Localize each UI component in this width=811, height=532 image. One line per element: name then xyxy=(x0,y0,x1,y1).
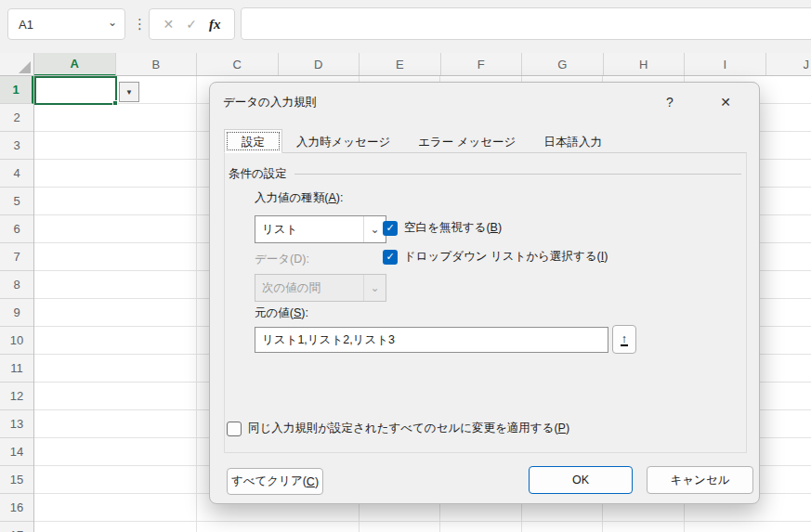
row-header[interactable]: 6 xyxy=(0,215,33,243)
apply-all-label: 同じ入力規則が設定されたすべてのセルに変更を適用する(P) xyxy=(248,421,569,436)
criteria-group-label: 条件の設定 xyxy=(229,166,287,182)
dialog-tab[interactable]: 入力時メッセージ xyxy=(282,129,404,153)
ok-button[interactable]: OK xyxy=(529,466,633,494)
more-options-icon[interactable]: ⋮ xyxy=(133,11,144,37)
fill-handle[interactable] xyxy=(112,100,118,106)
column-headers: A B C D E F G H I J xyxy=(34,53,811,76)
close-icon: ✕ xyxy=(720,95,731,110)
collapse-dialog-button[interactable]: ↑ xyxy=(612,325,636,354)
collapse-arrow-icon: ↑ xyxy=(621,333,629,346)
selected-cell-a1[interactable] xyxy=(34,76,117,105)
row-header[interactable]: 7 xyxy=(0,243,33,271)
cancel-entry-icon[interactable]: ✕ xyxy=(164,17,175,32)
row-header[interactable]: 10 xyxy=(0,327,33,355)
confirm-entry-icon[interactable]: ✓ xyxy=(186,17,197,32)
data-combobox-disabled: 次の値の間 ⌄ xyxy=(255,274,386,302)
row-header[interactable]: 11 xyxy=(0,355,33,383)
formula-input[interactable] xyxy=(241,7,811,40)
column-header[interactable]: C xyxy=(197,53,279,76)
dialog-title: データの入力規則 xyxy=(223,95,317,110)
column-header[interactable]: I xyxy=(685,53,766,76)
name-box[interactable]: A1 ⌄ xyxy=(7,8,125,40)
row-header[interactable]: 14 xyxy=(0,438,33,466)
group-divider xyxy=(294,174,741,175)
dialog-tab[interactable]: エラー メッセージ xyxy=(404,129,530,153)
column-header[interactable]: J xyxy=(766,53,811,76)
column-header[interactable]: G xyxy=(522,53,604,76)
settings-tab-panel: 条件の設定 入力値の種類(A): リスト ⌄ ✓ 空白を無視する(B) ✓ ドロ… xyxy=(224,152,747,453)
formula-toolbar: A1 ⌄ ⋮ ✕ ✓ fx xyxy=(0,0,811,53)
checkbox-checked-icon[interactable]: ✓ xyxy=(383,221,398,236)
ignore-blank-label: 空白を無視する(B) xyxy=(404,220,502,236)
row-header[interactable]: 17 xyxy=(0,522,33,532)
dropdown-arrow-icon: ▼ xyxy=(125,88,133,97)
checkbox-checked-icon[interactable]: ✓ xyxy=(383,250,398,265)
dialog-tab[interactable]: 日本語入力 xyxy=(530,129,616,153)
row-header[interactable]: 2 xyxy=(0,104,33,132)
row-header[interactable]: 13 xyxy=(0,410,33,438)
data-label: データ(D): xyxy=(255,252,309,267)
help-icon: ? xyxy=(666,95,674,110)
clear-all-button[interactable]: すべてクリア(C) xyxy=(227,468,323,495)
data-validation-dialog: データの入力規則 ? ✕ 設定 入力時メッセージ エラー メッセージ 日本語入力… xyxy=(209,82,760,504)
row-header[interactable]: 15 xyxy=(0,466,33,494)
column-header[interactable]: D xyxy=(279,53,360,76)
chevron-down-icon[interactable]: ⌄ xyxy=(108,16,117,29)
chevron-down-icon: ⌄ xyxy=(363,275,386,301)
column-header[interactable]: E xyxy=(360,53,441,76)
cell-dropdown-button[interactable]: ▼ xyxy=(119,82,139,102)
column-header[interactable]: A xyxy=(34,53,116,76)
allow-value: リスト xyxy=(255,222,363,238)
in-cell-dropdown-checkbox-row[interactable]: ✓ ドロップダウン リストから選択する(I) xyxy=(383,249,608,265)
cancel-button[interactable]: キャンセル xyxy=(647,466,753,494)
column-header[interactable]: F xyxy=(441,53,523,76)
in-cell-dropdown-label: ドロップダウン リストから選択する(I) xyxy=(404,249,608,265)
column-header[interactable]: H xyxy=(604,53,686,76)
close-button[interactable]: ✕ xyxy=(713,90,739,114)
select-all-corner[interactable] xyxy=(0,53,34,76)
column-header[interactable]: B xyxy=(116,53,198,76)
allow-combobox[interactable]: リスト ⌄ xyxy=(255,215,386,243)
row-header[interactable]: 4 xyxy=(0,160,33,188)
row-header[interactable]: 8 xyxy=(0,271,33,299)
name-box-value: A1 xyxy=(19,18,108,32)
formula-actions: ✕ ✓ fx xyxy=(149,8,235,40)
row-headers: 1 2 3 4 5 6 7 8 9 10 11 12 13 14 15 16 1… xyxy=(0,76,34,532)
allow-label: 入力値の種類(A): xyxy=(255,190,343,206)
apply-all-checkbox-row[interactable]: 同じ入力規則が設定されたすべてのセルに変更を適用する(P) xyxy=(227,421,569,436)
checkbox-unchecked[interactable] xyxy=(227,422,242,436)
help-button[interactable]: ? xyxy=(657,90,683,114)
dialog-tabs: 設定 入力時メッセージ エラー メッセージ 日本語入力 xyxy=(224,129,616,153)
row-header[interactable]: 5 xyxy=(0,188,33,215)
row-header[interactable]: 3 xyxy=(0,132,33,160)
data-value: 次の値の間 xyxy=(255,280,363,296)
dialog-tab[interactable]: 設定 xyxy=(224,129,282,153)
insert-function-icon[interactable]: fx xyxy=(209,17,221,32)
criteria-group: 条件の設定 xyxy=(229,166,741,182)
source-label: 元の値(S): xyxy=(255,305,308,321)
row-header[interactable]: 1 xyxy=(0,76,33,104)
select-all-triangle-icon xyxy=(19,61,31,73)
row-header[interactable]: 9 xyxy=(0,299,33,327)
dialog-titlebar: データの入力規則 ? ✕ xyxy=(210,83,759,122)
source-input[interactable] xyxy=(255,327,608,353)
row-header[interactable]: 12 xyxy=(0,383,33,410)
row-header[interactable]: 16 xyxy=(0,494,33,522)
ignore-blank-checkbox-row[interactable]: ✓ 空白を無視する(B) xyxy=(383,220,502,236)
